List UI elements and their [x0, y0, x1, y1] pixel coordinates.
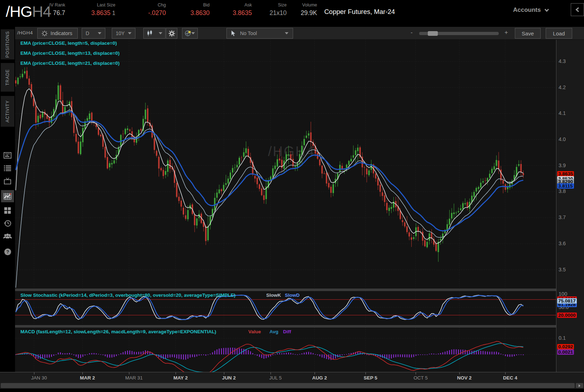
time-axis-tick — [176, 372, 176, 374]
time-axis-label: JAN 30 — [31, 375, 47, 381]
price-axis-label: 3.7 — [559, 214, 566, 220]
stoch-oversold-tag: 20.0000 — [557, 313, 577, 318]
timeframe-dropdown[interactable]: D — [82, 28, 105, 39]
studies-icon — [41, 30, 48, 37]
study-label-ema21[interactable]: EMA (price=CLOSE, length=21, displace=0) — [20, 61, 120, 66]
stat-chg: Chg -.0270 — [148, 3, 166, 17]
macd-diff-value-tag: 0.0021 — [557, 349, 574, 355]
grid-layout-dropdown[interactable] — [182, 28, 198, 39]
chevron-left-icon — [575, 7, 579, 12]
quote-header: /HGH4 IV Rank 76.7 Last Size 3.8635 1 Ch… — [0, 0, 584, 27]
zoom-out-button[interactable]: - — [411, 29, 413, 36]
stat-volume: Volume 29.9K — [301, 3, 317, 17]
price-axis-label: 4.0 — [559, 136, 566, 142]
chevron-down-icon — [191, 32, 195, 34]
collapse-panel-button[interactable] — [571, 3, 584, 16]
pane-divider[interactable] — [15, 289, 584, 291]
price-axis[interactable]: 4.34.24.14.03.93.83.73.63.510050.00.13.8… — [556, 40, 584, 372]
time-axis-tick — [416, 372, 416, 374]
study-label-ema5[interactable]: EMA (price=CLOSE, length=5, displace=0) — [20, 40, 117, 46]
sidebar-tab-trade[interactable]: TRADE — [1, 63, 14, 92]
last-price-tag: 3.8635 — [557, 171, 574, 176]
stochastic-slowd-label[interactable]: SlowD — [285, 292, 300, 298]
time-axis-tick — [82, 372, 83, 374]
accounts-menu[interactable]: Accounts — [513, 6, 549, 14]
price-axis-label: 3.9 — [559, 163, 566, 168]
time-axis-tick — [505, 372, 506, 374]
time-axis[interactable]: JAN 30MAR 2MAR 31MAY 2JUN 2JUL 5AUG 2SEP… — [0, 372, 584, 382]
stat-last-size: Last Size 3.8635 1 — [91, 3, 115, 17]
save-button[interactable]: Save — [515, 28, 541, 39]
ema21-value-tag: 3.8115 — [557, 183, 574, 189]
left-sidebar: POSITIONSTRADEACTIVITY? — [0, 27, 15, 392]
price-axis-label: 4.3 — [559, 58, 566, 64]
arrow-right-icon — [578, 384, 581, 387]
drawing-tool-dropdown[interactable]: No Tool — [226, 28, 293, 39]
candlestick-icon — [147, 30, 153, 37]
chevron-down-icon — [128, 32, 131, 34]
study-label-ema13[interactable]: EMA (price=CLOSE, length=13, displace=0) — [20, 50, 120, 56]
study-label-macd[interactable]: MACD (fastLength=12, slowLength=26, macd… — [20, 329, 216, 334]
scrollbar-thumb[interactable] — [1, 383, 575, 388]
stoch-slowk-value-tag: 75.0817 — [557, 298, 577, 304]
sidebar-tab-activity[interactable]: ACTIVITY — [1, 96, 14, 127]
load-button[interactable]: Load — [546, 28, 572, 39]
quadrant-chart-icon — [185, 30, 191, 37]
sidebar-tv-icon[interactable] — [3, 177, 12, 185]
sidebar-news-icon[interactable] — [3, 151, 12, 160]
time-axis-tick — [315, 372, 315, 374]
horizontal-scrollbar[interactable] — [0, 382, 584, 389]
macd-avg-label[interactable]: Avg — [269, 329, 278, 334]
study-label-stochastic[interactable]: Slow Stochastic (kPeriod=14, dPeriod=3, … — [20, 292, 235, 298]
price-axis-label: 3.8 — [559, 188, 566, 194]
symbol-month: H4 — [32, 3, 51, 20]
sidebar-community-icon[interactable] — [3, 232, 12, 241]
scrollbar-right-arrow[interactable] — [576, 383, 583, 388]
macd-diff-label[interactable]: Diff — [283, 329, 291, 334]
sidebar-grid-layout-icon[interactable] — [3, 206, 12, 215]
symbol-input[interactable]: /HGH4 — [17, 30, 33, 35]
time-axis-label: NOV 2 — [457, 375, 472, 381]
zoom-in-button[interactable]: + — [504, 29, 508, 36]
stochastic-pane[interactable]: Slow Stochastic (kPeriod=14, dPeriod=3, … — [15, 291, 556, 325]
stochastic-slowk-label[interactable]: SlowK — [266, 292, 281, 298]
sidebar-history-icon[interactable] — [3, 219, 12, 228]
macd-value-label[interactable]: Value — [248, 329, 261, 334]
sidebar-watchlist-icon[interactable] — [3, 164, 12, 173]
gear-icon — [168, 30, 175, 37]
stat-size: Size 21x10 — [269, 3, 287, 17]
range-dropdown[interactable]: 10Y — [112, 28, 135, 39]
time-axis-label: AUG 2 — [312, 375, 327, 381]
time-axis-label: DEC 4 — [503, 375, 517, 381]
application-window: /HGH4 IV Rank 76.7 Last Size 3.8635 1 Ch… — [0, 0, 584, 392]
chart-toolbar: /HGH4 Indicators D 10Y No Tool - — [15, 27, 584, 40]
macd-value-tag: 0.0292 — [557, 344, 574, 349]
time-axis-tick — [129, 372, 129, 374]
indicators-button[interactable]: Indicators — [37, 28, 78, 39]
macd-axis-label: 0.1 — [559, 335, 566, 341]
cursor-icon — [231, 30, 236, 37]
symbol-logo: /HGH4 — [6, 3, 51, 20]
chart-settings-button[interactable] — [166, 28, 177, 39]
time-axis-tick — [459, 372, 460, 374]
svg-text:?: ? — [6, 249, 9, 255]
chart-type-dropdown[interactable] — [143, 28, 166, 39]
time-axis-label: SEP 5 — [364, 375, 377, 381]
macd-pane[interactable]: MACD (fastLength=12, slowLength=26, macd… — [15, 328, 556, 372]
time-axis-tick — [271, 372, 271, 374]
time-axis-label: MAR 31 — [125, 375, 143, 381]
time-axis-label: JUN 2 — [222, 375, 236, 381]
sidebar-help-icon[interactable]: ? — [3, 247, 12, 256]
sidebar-tab-positions[interactable]: POSITIONS — [1, 29, 14, 59]
chevron-down-icon — [285, 32, 288, 34]
chevron-down-icon — [159, 32, 162, 34]
chevron-down-icon — [544, 9, 549, 12]
zoom-slider-thumb[interactable] — [428, 31, 438, 36]
sidebar-charts-icon[interactable] — [1, 190, 14, 202]
price-pane[interactable]: /HGH4 EMA (price=CLOSE, length=5, displa… — [15, 40, 556, 289]
stat-iv-rank: IV Rank 76.7 — [49, 3, 65, 17]
time-axis-label: MAR 2 — [80, 375, 95, 381]
price-axis-label: 3.5 — [559, 267, 566, 272]
svg-text:/HGH4: /HGH4 — [268, 144, 315, 159]
pane-divider[interactable] — [15, 325, 584, 328]
